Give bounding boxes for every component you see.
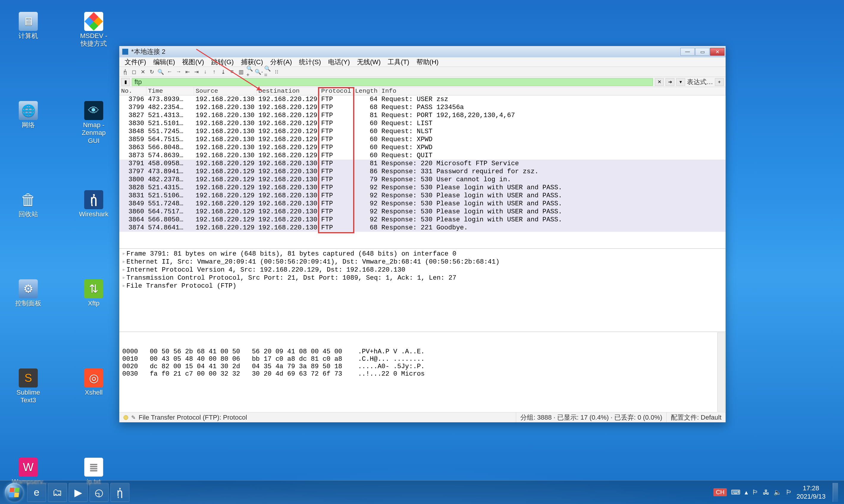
toolbar-button-2[interactable]: ✕	[139, 68, 147, 76]
desktop-icon-xftp[interactable]: Xftp	[77, 279, 110, 307]
tb-ie[interactable]: e	[27, 483, 46, 502]
menu-item-3[interactable]: 跳转(G)	[208, 57, 237, 67]
titlebar[interactable]: *本地连接 2 — ▭ ✕	[119, 46, 726, 57]
action-center-icon[interactable]: 🏳	[752, 488, 759, 496]
toolbar-button-7[interactable]: ⇤	[184, 68, 191, 76]
desktop-icon-recycle[interactable]: 回收站	[12, 190, 45, 218]
expression-label[interactable]: 表达式…	[687, 77, 713, 87]
column-header-destination[interactable]: Destination	[256, 87, 319, 95]
toolbar-button-5[interactable]: ←	[166, 68, 173, 76]
tb-files[interactable]: 🗂	[48, 483, 67, 502]
desktop-icon-nmap[interactable]: Nmap - Zenmap GUI	[77, 101, 110, 145]
detail-line[interactable]: Ethernet II, Src: Vmware_20:09:41 (00:50…	[122, 258, 723, 266]
tb-chrome[interactable]: ◵	[89, 483, 108, 502]
add-filter-button[interactable]: +	[715, 78, 724, 86]
toolbar-button-4[interactable]: 🔍	[157, 68, 165, 76]
packet-row[interactable]: 3797473.8941…192.168.220.129192.168.220.…	[119, 168, 726, 176]
toolbar-button-10[interactable]: ↑	[210, 68, 218, 76]
toolbar-button-0[interactable]: ᾐ	[121, 68, 129, 76]
packet-row[interactable]: 3831521.5106…192.168.220.129192.168.220.…	[119, 192, 726, 200]
volume-icon[interactable]: 🔈	[774, 488, 781, 496]
maximize-button[interactable]: ▭	[695, 48, 709, 56]
packet-row[interactable]: 3828521.4315…192.168.220.129192.168.220.…	[119, 184, 726, 192]
toolbar-button-3[interactable]: ↻	[148, 68, 156, 76]
notification-icon[interactable]: 🏳	[786, 488, 792, 496]
network-icon[interactable]: 🖧	[763, 488, 769, 496]
menu-item-9[interactable]: 工具(T)	[384, 57, 413, 67]
apply-filter-icon[interactable]: ➔	[666, 78, 674, 86]
packet-bytes-pane[interactable]: 0000 00 50 56 2b 68 41 00 50 56 20 09 41…	[119, 332, 726, 412]
menu-item-10[interactable]: 帮助(H)	[413, 57, 442, 67]
desktop-icon-msdev[interactable]: MSDEV - 快捷方式	[77, 12, 110, 48]
close-button[interactable]: ✕	[710, 48, 724, 56]
menu-item-8[interactable]: 无线(W)	[354, 57, 384, 67]
toolbar-button-1[interactable]: ◻	[130, 68, 138, 76]
tray-caret-icon[interactable]: ▴	[745, 488, 748, 496]
packet-row[interactable]: 3873574.8639…192.168.220.130192.168.220.…	[119, 151, 726, 160]
toolbar-button-8[interactable]: ⇥	[192, 68, 200, 76]
menu-item-6[interactable]: 统计(S)	[295, 57, 324, 67]
toolbar-button-17[interactable]: ⁝⁝	[273, 68, 280, 76]
desktop-icon-computer[interactable]: 计算机	[12, 12, 45, 40]
toolbar-button-16[interactable]: 🔍=	[264, 68, 272, 76]
packet-details-pane[interactable]: Frame 3791: 81 bytes on wire (648 bits),…	[119, 249, 726, 332]
clear-filter-icon[interactable]: ✕	[655, 78, 664, 86]
menu-item-7[interactable]: 电话(Y)	[325, 57, 354, 67]
desktop-icon-network[interactable]: 网络	[12, 101, 45, 129]
column-header-protocol[interactable]: Protocol	[319, 87, 353, 95]
column-header-source[interactable]: Source	[194, 87, 256, 95]
column-header-length[interactable]: Length	[353, 87, 380, 95]
packet-row[interactable]: 3791458.0958…192.168.220.129192.168.220.…	[119, 160, 726, 168]
system-tray[interactable]: CH ⌨ ▴ 🏳 🖧 🔈 🏳 17:28 2021/9/13	[713, 483, 842, 502]
packet-row[interactable]: 3799482.2354…192.168.220.130192.168.220.…	[119, 103, 726, 111]
detail-line[interactable]: File Transfer Protocol (FTP)	[122, 282, 723, 290]
packet-row[interactable]: 3849551.7248…192.168.220.129192.168.220.…	[119, 200, 726, 208]
minimize-button[interactable]: —	[681, 48, 695, 56]
ime-icon[interactable]: ⌨	[731, 488, 740, 496]
desktop-icon-wireshark-dt[interactable]: Wireshark	[77, 190, 110, 218]
toolbar-button-14[interactable]: 🔍+	[246, 68, 254, 76]
toolbar-button-12[interactable]: ≡	[228, 68, 236, 76]
column-header-no[interactable]: No.	[119, 87, 146, 95]
display-filter-input[interactable]	[132, 78, 653, 86]
packet-row[interactable]: 3864566.8050…192.168.220.129192.168.220.…	[119, 216, 726, 224]
desktop-icon-xshell[interactable]: Xshell	[77, 368, 110, 396]
clock[interactable]: 17:28 2021/9/13	[796, 484, 826, 501]
detail-line[interactable]: Frame 3791: 81 bytes on wire (648 bits),…	[122, 250, 723, 258]
toolbar-button-13[interactable]: ▥	[237, 68, 245, 76]
column-header-info[interactable]: Info	[380, 87, 726, 95]
toolbar-button-11[interactable]: ⤓	[219, 68, 227, 76]
toolbar-button-6[interactable]: →	[175, 68, 183, 76]
menu-item-2[interactable]: 视图(V)	[178, 57, 207, 67]
expert-info-icon[interactable]	[123, 415, 128, 420]
tb-media[interactable]: ▶	[69, 483, 88, 502]
packet-row[interactable]: 3863566.8048…192.168.220.130192.168.220.…	[119, 144, 726, 151]
packet-row[interactable]: 3874574.8641…192.168.220.129192.168.220.…	[119, 224, 726, 232]
desktop-icon-controlpanel[interactable]: 控制面板	[12, 279, 45, 307]
detail-line[interactable]: Transmission Control Protocol, Src Port:…	[122, 274, 723, 282]
packet-row[interactable]: 3827521.4313…192.168.220.130192.168.220.…	[119, 111, 726, 120]
edit-icon[interactable]: ✎	[131, 414, 136, 421]
packet-row[interactable]: 3860564.7517…192.168.220.129192.168.220.…	[119, 208, 726, 216]
scrollbar[interactable]	[717, 332, 725, 412]
desktop-icon-sublime[interactable]: Sublime Text3	[12, 368, 45, 404]
start-button[interactable]	[5, 483, 24, 502]
show-desktop-button[interactable]	[833, 483, 838, 502]
menu-item-0[interactable]: 文件(F)	[121, 57, 150, 67]
status-right[interactable]: 配置文件: Default	[667, 412, 726, 422]
packet-row[interactable]: 3796473.8939…192.168.220.130192.168.220.…	[119, 95, 726, 104]
tb-ws[interactable]: ᾐ	[110, 483, 130, 502]
toolbar-button-15[interactable]: 🔍-	[255, 68, 263, 76]
bookmark-filter-icon[interactable]: ▮	[121, 78, 130, 86]
menu-item-1[interactable]: 编辑(E)	[150, 57, 178, 67]
toolbar-button-9[interactable]: ↓	[202, 68, 209, 76]
detail-line[interactable]: Internet Protocol Version 4, Src: 192.16…	[122, 266, 723, 274]
ime-lang-badge[interactable]: CH	[713, 488, 727, 496]
packet-row[interactable]: 3848551.7245…192.168.220.130192.168.220.…	[119, 127, 726, 136]
packet-row[interactable]: 3830521.5101…192.168.220.130192.168.220.…	[119, 120, 726, 127]
column-header-time[interactable]: Time	[146, 87, 194, 95]
packet-row[interactable]: 3800482.2378…192.168.220.129192.168.220.…	[119, 176, 726, 184]
packet-row[interactable]: 3859564.7515…192.168.220.130192.168.220.…	[119, 136, 726, 144]
recent-filter-icon[interactable]: ▾	[676, 78, 685, 86]
packet-list-pane[interactable]: No.TimeSourceDestinationProtocolLengthIn…	[119, 87, 726, 249]
